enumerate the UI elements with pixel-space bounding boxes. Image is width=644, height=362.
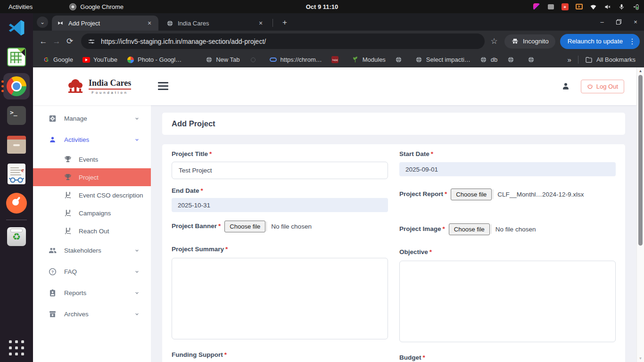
terminal-dock-icon[interactable]: >_	[0, 101, 33, 130]
objective-label: Objective*	[399, 248, 616, 256]
bookmark-item[interactable]: bajaj	[331, 56, 342, 64]
relaunch-to-update-button[interactable]: Relaunch to update ⋮	[560, 34, 640, 49]
bookmark-item[interactable]	[249, 56, 260, 64]
forward-button[interactable]: →	[50, 35, 63, 48]
tab-close-button[interactable]: ×	[256, 19, 265, 27]
bookmark-item[interactable]: GGoogle	[42, 56, 73, 64]
tab-favicon	[57, 19, 64, 27]
start-date-input[interactable]	[399, 162, 616, 176]
dock-separator	[6, 220, 27, 220]
bookmark-item[interactable]: New Tab	[205, 56, 239, 64]
logout-button[interactable]: Log Out	[581, 80, 624, 93]
globe-icon	[415, 56, 423, 64]
project-banner-field: Project Banner* Choose file No file chos…	[172, 220, 388, 232]
vscode-dock-icon[interactable]	[0, 13, 33, 42]
reload-button[interactable]: ⟳	[63, 35, 76, 48]
system-top-bar: Activities Google Chrome Oct 9 11:10 »	[0, 0, 644, 13]
sidebar-item-reports[interactable]: Reports	[33, 282, 151, 304]
globe-icon	[480, 56, 487, 64]
sidebar-item-manage[interactable]: Manage	[33, 108, 151, 129]
sidebar-item-campaigns[interactable]: Campaigns	[33, 204, 151, 222]
libreoffice-calc-dock-icon[interactable]	[0, 42, 33, 72]
loading-favicon-icon	[249, 56, 257, 64]
bookmark-item[interactable]: Modules	[352, 56, 386, 64]
bookmarks-overflow-button[interactable]: »	[568, 56, 571, 64]
tab-search-button[interactable]: ⌄	[37, 16, 48, 28]
chat-indicator-icon[interactable]	[547, 3, 554, 10]
sidebar-item-reach-out[interactable]: Reach Out	[33, 222, 151, 240]
bookmark-star-icon[interactable]: ☆	[488, 36, 500, 46]
chevron-down-icon	[134, 116, 140, 121]
bookmark-item[interactable]: db	[480, 56, 497, 64]
postman-dock-icon[interactable]	[0, 189, 33, 218]
bookmark-item[interactable]	[527, 56, 538, 64]
globe-icon	[395, 56, 403, 64]
bookmark-item[interactable]: YouTube	[83, 56, 117, 64]
sidebar-toggle-button[interactable]	[158, 82, 168, 90]
show-applications-button[interactable]	[9, 340, 24, 355]
scrollbar-thumb[interactable]	[638, 75, 643, 246]
all-bookmarks-button[interactable]: All Bookmarks	[585, 56, 636, 64]
battery-icon[interactable]	[632, 3, 639, 10]
project-report-choose-file-button[interactable]: Choose file	[451, 189, 492, 200]
site-header: India Cares Foundation Log Out	[33, 67, 636, 105]
chrome-dock-icon[interactable]	[0, 72, 33, 101]
archive-icon	[48, 310, 57, 319]
back-button[interactable]: ←	[37, 35, 50, 48]
microphone-icon[interactable]	[618, 3, 625, 10]
browser-menu-icon[interactable]: ⋮	[628, 37, 636, 46]
project-banner-choose-file-button[interactable]: Choose file	[224, 221, 265, 232]
sidebar-item-events[interactable]: Events	[33, 150, 151, 168]
end-date-input[interactable]	[172, 198, 388, 212]
google-photos-icon	[127, 56, 134, 64]
activities-button[interactable]: Activities	[8, 3, 33, 10]
close-window-button[interactable]: ×	[632, 18, 639, 25]
sidebar-item-activities[interactable]: Activities	[33, 129, 151, 150]
bookmark-item[interactable]: Select impacti…	[415, 56, 471, 64]
chevron-down-icon	[134, 137, 140, 142]
sidebar-item-archives[interactable]: Archives	[33, 304, 151, 325]
project-title-input[interactable]	[172, 162, 388, 179]
project-image-choose-file-button[interactable]: Choose file	[449, 223, 490, 235]
objective-textarea[interactable]	[399, 261, 616, 342]
svg-text:?: ?	[51, 270, 54, 274]
document-viewer-dock-icon[interactable]: e	[0, 159, 33, 189]
sidebar-item-event-cso-description[interactable]: Event CSO description	[33, 186, 151, 204]
files-dock-icon[interactable]	[0, 130, 33, 159]
bookmark-item[interactable]: https://chrom…	[270, 56, 322, 64]
page-scrollbar[interactable]: ▲ ▼	[636, 67, 644, 362]
user-avatar-icon[interactable]	[561, 82, 570, 91]
sidebar-item-faq[interactable]: ? FAQ	[33, 261, 151, 282]
india-cares-logo[interactable]: India Cares Foundation	[66, 78, 131, 95]
scroll-down-arrow[interactable]: ▼	[637, 356, 644, 361]
minimize-button[interactable]: –	[598, 18, 606, 25]
project-summary-textarea[interactable]	[172, 258, 388, 339]
bookmark-item[interactable]	[507, 56, 518, 64]
app-indicator-icon[interactable]	[533, 3, 540, 10]
site-settings-icon[interactable]	[88, 38, 95, 45]
bookmark-item[interactable]	[395, 56, 406, 64]
screenshare-icon[interactable]	[575, 3, 583, 10]
sidebar: Manage Activities Events Project	[33, 105, 151, 362]
sidebar-item-stakeholders[interactable]: Stakeholders	[33, 240, 151, 261]
notification-indicator-icon[interactable]: »	[561, 3, 569, 10]
focused-app-menu[interactable]: Google Chrome	[69, 3, 124, 10]
tab-add-project[interactable]: Add Project ×	[52, 16, 158, 31]
add-project-form: Project Title* End Date* Project Banner*…	[162, 144, 625, 362]
scroll-up-arrow[interactable]: ▲	[637, 69, 644, 73]
tab-close-button[interactable]: ×	[145, 19, 154, 27]
new-tab-button[interactable]: +	[279, 17, 290, 28]
volume-muted-icon[interactable]	[603, 3, 611, 10]
settings-square-icon	[48, 114, 57, 123]
funding-support-label: Funding Support*	[172, 351, 388, 359]
sidebar-item-project[interactable]: Project	[33, 168, 151, 186]
clock[interactable]: Oct 9 11:10	[306, 3, 339, 10]
trash-dock-icon[interactable]: ♻	[0, 222, 33, 251]
address-bar[interactable]: https://icfnv5-staging.icfn.in/manage-se…	[81, 33, 485, 49]
page-title: Add Project	[172, 119, 616, 128]
restore-button[interactable]	[616, 19, 621, 25]
person-icon	[48, 135, 57, 144]
tab-india-cares[interactable]: India Cares ×	[161, 16, 270, 31]
wifi-icon[interactable]	[589, 3, 597, 10]
bookmark-item[interactable]: Photo - Googl…	[127, 56, 182, 64]
